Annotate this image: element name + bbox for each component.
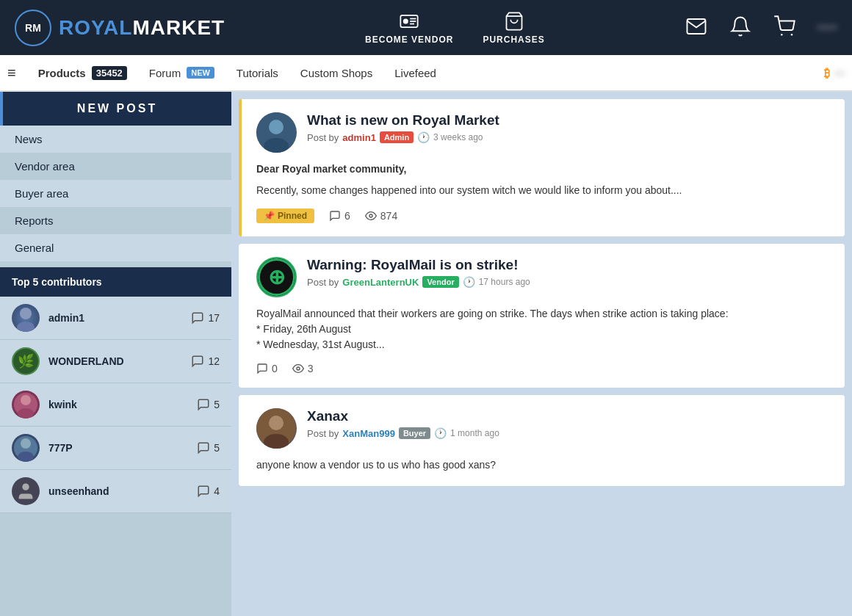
purchases-nav[interactable]: PURCHASES — [483, 11, 544, 45]
post-title-2[interactable]: Warning: RoyalMail is on strike! — [307, 257, 830, 273]
post-author-2[interactable]: GreenLanternUK — [342, 277, 419, 288]
post-title-1[interactable]: What is new on Royal Market — [307, 112, 830, 128]
notification-icon-btn[interactable] — [729, 15, 751, 40]
contributor-count-wonderland: 12 — [191, 355, 220, 368]
contributor-item: 🌿 WONDERLAND 12 — [0, 340, 231, 383]
svg-point-16 — [22, 484, 29, 490]
post-text-2: RoyalMail announced that their workers a… — [256, 306, 830, 352]
post-by-label: Post by — [307, 132, 339, 143]
post-card-3: Xanax Post by XanMan999 Buyer 🕐 1 month … — [239, 395, 845, 486]
new-post-button[interactable]: NEW POST — [0, 92, 231, 126]
hamburger-menu[interactable]: ≡ — [7, 65, 16, 81]
contributor-count-val: 17 — [208, 312, 220, 324]
svg-point-23 — [269, 416, 284, 430]
header: RM ROYALMARKET BECOME VENDOR PURCHASES — [0, 0, 852, 55]
sidebar-item-reports[interactable]: Reports — [0, 207, 231, 234]
mail-icon — [685, 15, 707, 37]
post-text-3: anyone know a vendor us to us who has go… — [256, 457, 830, 473]
comments-count-2: 0 — [272, 363, 278, 374]
tutorials-label: Tutorials — [237, 67, 278, 79]
post-role-badge-2: Vendor — [422, 276, 458, 288]
svg-point-12 — [18, 408, 34, 418]
become-vendor-nav[interactable]: BECOME VENDOR — [365, 11, 453, 45]
products-menu[interactable]: Products 35452 — [38, 66, 127, 80]
post-footer-2: 0 3 — [256, 363, 830, 374]
post-avatar-3 — [256, 408, 297, 449]
logo-market: MARKET — [132, 16, 225, 39]
clock-icon-2: 🕐 — [463, 276, 475, 288]
contributor-count-val: 5 — [214, 399, 220, 410]
contributor-name-wonderland: WONDERLAND — [48, 355, 182, 367]
eye-icon — [365, 210, 377, 222]
bag-icon — [504, 11, 524, 32]
logo-text: ROYALMARKET — [59, 16, 225, 40]
post-author-3[interactable]: XanMan999 — [342, 428, 395, 439]
greenlantern-avatar-icon: ⊕ — [258, 258, 295, 296]
custom-shops-link[interactable]: Custom Shops — [300, 67, 372, 79]
post-by-label-2: Post by — [307, 277, 339, 288]
post-meta-3: Xanax Post by XanMan999 Buyer 🕐 1 month … — [307, 408, 830, 439]
sidebar-item-news[interactable]: News — [0, 126, 231, 153]
contributor-name-unseenhand: unseenhand — [48, 485, 188, 497]
pinned-label: Pinned — [278, 211, 307, 221]
post-role-badge-1: Admin — [380, 131, 414, 143]
tutorials-link[interactable]: Tutorials — [237, 67, 278, 79]
forum-link[interactable]: Forum NEW — [149, 67, 214, 79]
svg-point-8 — [20, 308, 32, 319]
chat-icon — [191, 311, 204, 325]
content-area: What is new on Royal Market Post by admi… — [231, 92, 852, 616]
navbar: ≡ Products 35452 Forum NEW Tutorials Cus… — [0, 55, 852, 92]
sidebar-item-vendor-area[interactable]: Vendor area — [0, 153, 231, 180]
clock-icon: 🕐 — [417, 131, 430, 143]
forum-label: Forum — [149, 67, 181, 79]
contributor-count-kwink: 5 — [197, 398, 220, 411]
svg-point-1 — [403, 18, 408, 23]
post-meta-1: What is new on Royal Market Post by admi… — [307, 112, 830, 143]
contributor-count-admin1: 17 — [191, 311, 220, 325]
views-count-1: 874 — [380, 210, 397, 222]
post-author-1[interactable]: admin1 — [342, 132, 376, 143]
btc-symbol: ₿ — [824, 67, 830, 79]
livefeed-link[interactable]: Livefeed — [394, 67, 436, 79]
products-count: 35452 — [92, 66, 127, 80]
logo-area: RM ROYALMARKET — [15, 10, 225, 46]
logo-royal: ROYAL — [59, 16, 132, 39]
pin-icon: 📌 — [264, 211, 275, 221]
post-header-1: What is new on Royal Market Post by admi… — [256, 112, 830, 153]
forum-new-badge: NEW — [187, 67, 214, 79]
post-card-2: ⊕ Warning: RoyalMail is on strike! Post … — [239, 244, 845, 388]
post-body-3: anyone know a vendor us to us who has go… — [256, 457, 830, 473]
post-card-1: What is new on Royal Market Post by admi… — [239, 99, 845, 236]
post-byline-3: Post by XanMan999 Buyer 🕐 1 month ago — [307, 427, 830, 439]
contributor-avatar-wonderland: 🌿 — [12, 347, 40, 375]
contributor-name-admin1: admin1 — [48, 312, 182, 324]
contributor-avatar-admin1 — [12, 304, 40, 332]
post-by-label-3: Post by — [307, 428, 339, 439]
svg-point-15 — [18, 452, 34, 462]
post-title-3[interactable]: Xanax — [307, 408, 830, 424]
mail-icon-btn[interactable] — [685, 15, 707, 40]
cart-icon-btn[interactable] — [773, 15, 795, 40]
clock-icon-3: 🕐 — [434, 427, 447, 439]
svg-point-18 — [269, 120, 284, 134]
contributor-count-val: 4 — [214, 485, 220, 497]
comment-icon — [329, 210, 341, 222]
sidebar-menu: News Vendor area Buyer area Reports Gene… — [0, 126, 231, 261]
sidebar-item-general[interactable]: General — [0, 234, 231, 261]
contributor-item: kwink 5 — [0, 383, 231, 427]
eye-icon-2 — [292, 363, 304, 374]
custom-shops-label: Custom Shops — [300, 67, 372, 79]
sidebar-item-buyer-area[interactable]: Buyer area — [0, 180, 231, 207]
svg-point-20 — [369, 214, 372, 217]
chat-icon — [197, 485, 210, 498]
chat-icon — [197, 398, 210, 411]
svg-point-21 — [297, 367, 300, 370]
contributor-count-val: 5 — [214, 442, 220, 454]
header-nav: BECOME VENDOR PURCHASES — [365, 11, 545, 45]
livefeed-label: Livefeed — [394, 67, 436, 79]
user-balance: •••••• — [817, 22, 837, 33]
contributor-name-777p: 777P — [48, 442, 188, 454]
bell-icon — [729, 15, 751, 37]
contributor-item: admin1 17 — [0, 297, 231, 340]
pinned-badge-1: 📌 Pinned — [256, 209, 314, 223]
